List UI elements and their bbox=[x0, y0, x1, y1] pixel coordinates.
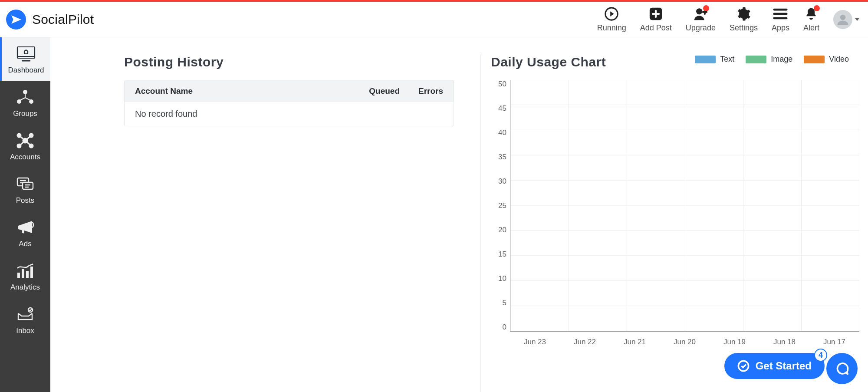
nav-label: Settings bbox=[730, 23, 758, 33]
chart-legend: Text Image Video bbox=[695, 55, 849, 64]
chevron-down-icon bbox=[855, 18, 859, 21]
sidebar-item-dashboard[interactable]: Dashboard bbox=[0, 37, 50, 81]
sidebar-item-label: Inbox bbox=[16, 326, 34, 335]
svg-rect-18 bbox=[30, 267, 33, 278]
svg-point-3 bbox=[840, 14, 846, 20]
topbar: SocialPilot Running Add Post Upgrade bbox=[0, 2, 868, 37]
groups-icon bbox=[15, 89, 36, 106]
sidebar-item-accounts[interactable]: Accounts bbox=[0, 124, 50, 168]
posting-history-panel: Posting History Account Name Queued Erro… bbox=[124, 55, 454, 392]
col-account: Account Name bbox=[135, 86, 348, 96]
main-content: Posting History Account Name Queued Erro… bbox=[50, 37, 868, 392]
nav-label: Running bbox=[597, 23, 626, 33]
legend-video: Video bbox=[804, 55, 849, 64]
nav-alert[interactable]: Alert bbox=[803, 6, 819, 33]
sidebar: Dashboard Groups Accounts Posts Ads bbox=[0, 37, 50, 392]
nav-running[interactable]: Running bbox=[597, 6, 626, 33]
plus-square-icon bbox=[648, 6, 664, 22]
legend-swatch-text bbox=[695, 56, 716, 63]
inbox-icon bbox=[15, 306, 36, 323]
chart-icon bbox=[15, 262, 36, 280]
sidebar-item-label: Groups bbox=[13, 109, 37, 118]
brand-logo-icon bbox=[6, 10, 26, 30]
legend-text: Text bbox=[695, 55, 734, 64]
sidebar-item-ads[interactable]: Ads bbox=[0, 211, 50, 254]
notif-dot-icon bbox=[814, 5, 820, 11]
nav-label: Add Post bbox=[640, 23, 672, 33]
bell-icon bbox=[803, 6, 819, 22]
legend-label: Video bbox=[829, 55, 849, 64]
y-axis: 50454035302520151050 bbox=[491, 80, 510, 332]
sidebar-item-inbox[interactable]: Inbox bbox=[0, 298, 50, 341]
nav-settings[interactable]: Settings bbox=[730, 6, 758, 33]
svg-rect-15 bbox=[17, 273, 20, 278]
sidebar-item-groups[interactable]: Groups bbox=[0, 81, 50, 124]
play-circle-icon bbox=[604, 6, 619, 22]
megaphone-icon bbox=[15, 219, 36, 236]
sidebar-item-label: Posts bbox=[16, 196, 35, 205]
nav-label: Alert bbox=[803, 23, 819, 33]
sidebar-item-label: Ads bbox=[19, 240, 31, 248]
share-icon bbox=[15, 132, 36, 149]
chat-icon bbox=[15, 175, 36, 193]
chat-bubble-icon bbox=[834, 361, 850, 376]
monitor-icon bbox=[16, 45, 36, 63]
get-started-label: Get Started bbox=[756, 360, 812, 372]
nav-add-post[interactable]: Add Post bbox=[640, 6, 672, 33]
svg-point-5 bbox=[23, 90, 27, 94]
table-header: Account Name Queued Errors bbox=[125, 80, 454, 102]
sidebar-item-analytics[interactable]: Analytics bbox=[0, 254, 50, 298]
x-axis: Jun 23Jun 22Jun 21Jun 20Jun 19Jun 18Jun … bbox=[510, 332, 859, 346]
brand[interactable]: SocialPilot bbox=[6, 10, 94, 30]
brand-name: SocialPilot bbox=[32, 12, 94, 27]
sidebar-item-label: Accounts bbox=[10, 153, 40, 161]
get-started-button[interactable]: Get Started 4 bbox=[724, 353, 825, 379]
col-queued: Queued bbox=[348, 86, 400, 96]
svg-point-2 bbox=[696, 8, 702, 14]
gear-icon bbox=[736, 6, 751, 22]
legend-image: Image bbox=[746, 55, 792, 64]
daily-usage-panel: Daily Usage Chart Text Image Video 50454… bbox=[480, 55, 859, 392]
col-errors: Errors bbox=[400, 86, 443, 96]
avatar-icon bbox=[833, 10, 852, 29]
nav-label: Apps bbox=[772, 23, 789, 33]
legend-swatch-image bbox=[746, 56, 766, 63]
menu-icon bbox=[773, 6, 788, 22]
svg-rect-14 bbox=[23, 182, 33, 189]
sidebar-item-label: Analytics bbox=[10, 283, 40, 292]
sidebar-item-posts[interactable]: Posts bbox=[0, 168, 50, 211]
nav-label: Upgrade bbox=[686, 23, 716, 33]
chat-fab[interactable] bbox=[826, 353, 858, 384]
table-empty-row: No record found bbox=[125, 102, 454, 126]
check-circle-icon bbox=[737, 360, 750, 372]
nav-upgrade[interactable]: Upgrade bbox=[686, 6, 716, 33]
legend-label: Text bbox=[720, 55, 734, 64]
chart-plot bbox=[510, 80, 859, 332]
chart-area: 50454035302520151050 bbox=[491, 80, 859, 332]
get-started-count: 4 bbox=[814, 349, 827, 362]
legend-swatch-video bbox=[804, 56, 825, 63]
legend-label: Image bbox=[771, 55, 792, 64]
user-menu[interactable] bbox=[833, 10, 859, 29]
user-plus-icon bbox=[693, 6, 708, 22]
posting-history-title: Posting History bbox=[124, 55, 454, 69]
topnav: Running Add Post Upgrade Settings A bbox=[597, 6, 859, 33]
svg-rect-17 bbox=[26, 271, 29, 278]
nav-apps[interactable]: Apps bbox=[772, 6, 789, 33]
sidebar-item-label: Dashboard bbox=[8, 66, 44, 75]
svg-rect-16 bbox=[22, 269, 24, 278]
posting-history-table: Account Name Queued Errors No record fou… bbox=[124, 80, 454, 126]
